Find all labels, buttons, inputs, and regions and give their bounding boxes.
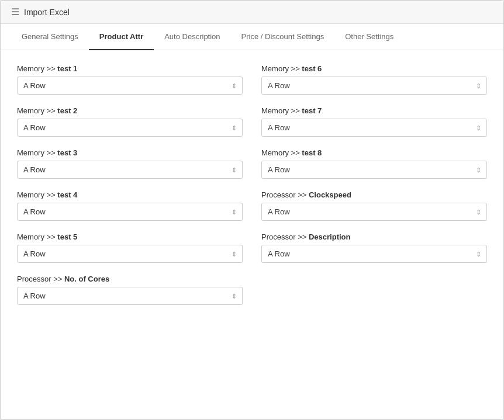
tab-general-settings[interactable]: General Settings: [11, 24, 89, 50]
select-wrapper-memory-test7: A RowB RowC RowD Row: [261, 119, 487, 137]
tabs-bar: General Settings Product Attr Auto Descr…: [1, 24, 503, 50]
field-memory-test7: Memory >> test 7 A RowB RowC RowD Row: [261, 106, 487, 137]
field-memory-test6: Memory >> test 6 A RowB RowC RowD Row: [261, 64, 487, 95]
field-processor-description: Processor >> Description A RowB RowC Row…: [261, 232, 487, 263]
label-memory-test8: Memory >> test 8: [261, 148, 487, 157]
field-memory-test5: Memory >> test 5 A RowB RowC RowD Row: [17, 232, 243, 263]
window-header: ☰ Import Excel: [1, 1, 503, 24]
select-memory-test4[interactable]: A RowB RowC RowD Row: [17, 203, 243, 221]
select-wrapper-memory-test1: A RowB RowC RowD Row: [17, 77, 243, 95]
tab-other-settings[interactable]: Other Settings: [334, 24, 404, 50]
label-processor-no-of-cores: Processor >> No. of Cores: [17, 275, 243, 283]
select-memory-test6[interactable]: A RowB RowC RowD Row: [261, 77, 487, 95]
window-title: Import Excel: [24, 8, 70, 17]
field-memory-test2: Memory >> test 2 A RowB RowC RowD Row: [17, 106, 243, 137]
field-processor-clockspeed: Processor >> Clockspeed A RowB RowC RowD…: [261, 190, 487, 221]
label-memory-test1: Memory >> test 1: [17, 64, 243, 73]
select-wrapper-processor-clockspeed: A RowB RowC RowD Row: [261, 203, 487, 221]
list-icon: ☰: [11, 6, 19, 18]
label-memory-test3: Memory >> test 3: [17, 148, 243, 157]
label-memory-test7: Memory >> test 7: [261, 106, 487, 115]
label-processor-clockspeed: Processor >> Clockspeed: [261, 190, 487, 199]
tab-price-discount-settings[interactable]: Price / Discount Settings: [231, 24, 335, 50]
select-wrapper-processor-no-of-cores: A RowB RowC RowD Row: [17, 287, 243, 305]
label-memory-test2: Memory >> test 2: [17, 106, 243, 115]
select-wrapper-memory-test6: A RowB RowC RowD Row: [261, 77, 487, 95]
select-memory-test5[interactable]: A RowB RowC RowD Row: [17, 245, 243, 263]
field-memory-test1: Memory >> test 1 A RowB RowC RowD Row: [17, 64, 243, 95]
select-wrapper-memory-test5: A RowB RowC RowD Row: [17, 245, 243, 263]
label-memory-test6: Memory >> test 6: [261, 64, 487, 73]
field-memory-test4: Memory >> test 4 A RowB RowC RowD Row: [17, 190, 243, 221]
field-memory-test3: Memory >> test 3 A RowB RowC RowD Row: [17, 148, 243, 179]
select-wrapper-memory-test4: A RowB RowC RowD Row: [17, 203, 243, 221]
label-memory-test4: Memory >> test 4: [17, 190, 243, 199]
select-memory-test7[interactable]: A RowB RowC RowD Row: [261, 119, 487, 137]
select-memory-test3[interactable]: A RowB RowC RowD Row: [17, 161, 243, 179]
select-wrapper-processor-description: A RowB RowC RowD Row: [261, 245, 487, 263]
field-processor-no-of-cores: Processor >> No. of Cores A RowB RowC Ro…: [17, 275, 243, 305]
tab-product-attr[interactable]: Product Attr: [89, 24, 154, 50]
select-processor-clockspeed[interactable]: A RowB RowC RowD Row: [261, 203, 487, 221]
field-memory-test8: Memory >> test 8 A RowB RowC RowD Row: [261, 148, 487, 179]
select-memory-test8[interactable]: A RowB RowC RowD Row: [261, 161, 487, 179]
select-wrapper-memory-test8: A RowB RowC RowD Row: [261, 161, 487, 179]
select-wrapper-memory-test2: A RowB RowC RowD Row: [17, 119, 243, 137]
select-processor-description[interactable]: A RowB RowC RowD Row: [261, 245, 487, 263]
label-processor-description: Processor >> Description: [261, 232, 487, 241]
select-memory-test1[interactable]: A RowB RowC RowD Row: [17, 77, 243, 95]
select-wrapper-memory-test3: A RowB RowC RowD Row: [17, 161, 243, 179]
tab-auto-description[interactable]: Auto Description: [154, 24, 230, 50]
select-memory-test2[interactable]: A RowB RowC RowD Row: [17, 119, 243, 137]
label-memory-test5: Memory >> test 5: [17, 232, 243, 241]
fields-grid: Memory >> test 1 A RowB RowC RowD Row Me…: [17, 64, 487, 317]
content-area: Memory >> test 1 A RowB RowC RowD Row Me…: [1, 50, 503, 331]
select-processor-no-of-cores[interactable]: A RowB RowC RowD Row: [17, 287, 243, 305]
main-window: ☰ Import Excel General Settings Product …: [0, 0, 504, 420]
